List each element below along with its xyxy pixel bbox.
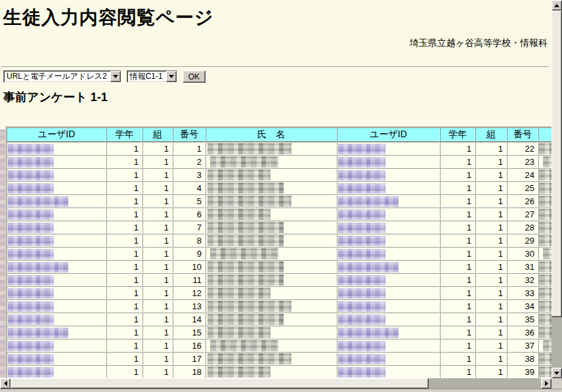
redacted-user-id (8, 315, 54, 325)
grade-cell: 1 (106, 221, 142, 234)
table-row: 1 1 7 1 1 28 (7, 221, 551, 234)
up-arrow-icon (554, 4, 559, 7)
class-cell: 1 (142, 142, 173, 155)
number-cell: 37 (507, 339, 538, 352)
class-cell: 1 (142, 313, 173, 326)
user-id-cell (7, 221, 106, 234)
redacted-user-id (338, 209, 385, 220)
user-id-cell (7, 247, 106, 260)
name-cell (538, 352, 551, 365)
grade-cell: 1 (106, 142, 142, 155)
redacted-user-id (338, 196, 399, 207)
redacted-user-id (8, 354, 54, 364)
table-row: 1 1 8 1 1 29 (7, 234, 551, 247)
number-cell: 4 (173, 181, 205, 194)
window-bottom-edge (0, 389, 562, 392)
grade-cell: 1 (106, 273, 142, 286)
grade-cell: 1 (106, 326, 142, 339)
name-cell (538, 326, 551, 339)
name-cell (538, 260, 551, 273)
ok-button[interactable]: OK (183, 70, 205, 83)
class-cell: 1 (142, 326, 173, 339)
class-cell: 1 (142, 299, 173, 313)
user-id-cell (7, 234, 106, 247)
redacted-user-id (338, 170, 385, 181)
redacted-user-id (338, 157, 385, 167)
class-select[interactable]: 情報C1-1 (127, 70, 177, 83)
redacted-user-id (8, 288, 54, 299)
user-id-cell (337, 299, 440, 313)
name-cell (538, 247, 551, 260)
user-id-cell (337, 181, 440, 194)
number-cell: 31 (507, 260, 538, 273)
redacted-user-id (338, 275, 385, 286)
user-id-cell (7, 155, 106, 168)
grade-cell: 1 (440, 286, 475, 299)
table-row: 1 1 17 1 1 38 (7, 352, 551, 365)
user-id-cell (7, 286, 106, 299)
redacted-name (210, 156, 278, 167)
user-id-cell (7, 142, 106, 155)
grade-cell: 1 (440, 326, 475, 339)
vertical-scrollbar[interactable] (551, 0, 562, 378)
redacted-user-id (8, 275, 54, 286)
left-arrow-icon (4, 381, 7, 386)
name-cell (538, 299, 551, 313)
user-id-cell (7, 207, 106, 221)
user-id-cell (7, 194, 106, 207)
number-cell: 16 (173, 339, 205, 352)
grade-cell: 1 (106, 181, 142, 194)
number-cell: 18 (173, 365, 205, 378)
name-cell (538, 194, 551, 207)
user-id-cell (337, 326, 440, 339)
class-cell: 1 (142, 352, 173, 365)
redacted-name (207, 366, 270, 378)
class-cell: 1 (475, 221, 507, 234)
class-select-arrow-button[interactable] (166, 71, 177, 82)
content-select[interactable]: URLと電子メールアドレス2 (3, 70, 121, 83)
table-row: 1 1 6 1 1 27 (7, 207, 551, 221)
class-cell: 1 (475, 299, 507, 313)
user-id-cell (7, 339, 106, 352)
number-cell: 13 (173, 299, 205, 313)
number-cell: 34 (507, 299, 538, 313)
user-id-cell (7, 273, 106, 286)
vertical-scrollbar-thumb[interactable] (551, 11, 562, 317)
class-cell: 1 (475, 207, 507, 221)
redacted-user-id (338, 328, 399, 338)
redacted-user-id (338, 236, 385, 246)
redacted-name (539, 274, 551, 286)
user-id-cell (337, 168, 440, 181)
horizontal-scrollbar[interactable] (0, 378, 551, 389)
grade-cell: 1 (106, 168, 142, 181)
scroll-down-button[interactable] (551, 368, 562, 378)
name-cell (538, 155, 551, 168)
redacted-name (539, 366, 551, 378)
number-cell: 3 (173, 168, 205, 181)
class-cell: 1 (142, 155, 173, 168)
redacted-user-id (338, 301, 385, 312)
user-id-cell (7, 352, 106, 365)
chevron-down-icon (113, 75, 118, 78)
number-cell: 8 (173, 234, 205, 247)
grade-cell: 1 (106, 155, 142, 168)
grade-cell: 1 (440, 181, 475, 194)
name-cell (205, 326, 337, 339)
scroll-right-button[interactable] (541, 378, 551, 389)
redacted-name (210, 248, 278, 259)
table-row: 1 1 1 1 1 22 (7, 142, 551, 155)
horizontal-scrollbar-thumb[interactable] (11, 378, 429, 389)
redacted-name (539, 183, 551, 194)
name-cell (538, 168, 551, 181)
redacted-name (207, 196, 292, 207)
scroll-left-button[interactable] (0, 378, 11, 389)
class-cell: 1 (475, 194, 507, 207)
redacted-name (207, 327, 270, 338)
grade-cell: 1 (106, 234, 142, 247)
table-row: 1 1 4 1 1 25 (7, 181, 551, 194)
content-select-arrow-button[interactable] (110, 71, 121, 82)
class-cell: 1 (142, 339, 173, 352)
scroll-up-button[interactable] (551, 0, 562, 11)
redacted-user-id (338, 367, 385, 378)
redacted-name (207, 169, 270, 181)
